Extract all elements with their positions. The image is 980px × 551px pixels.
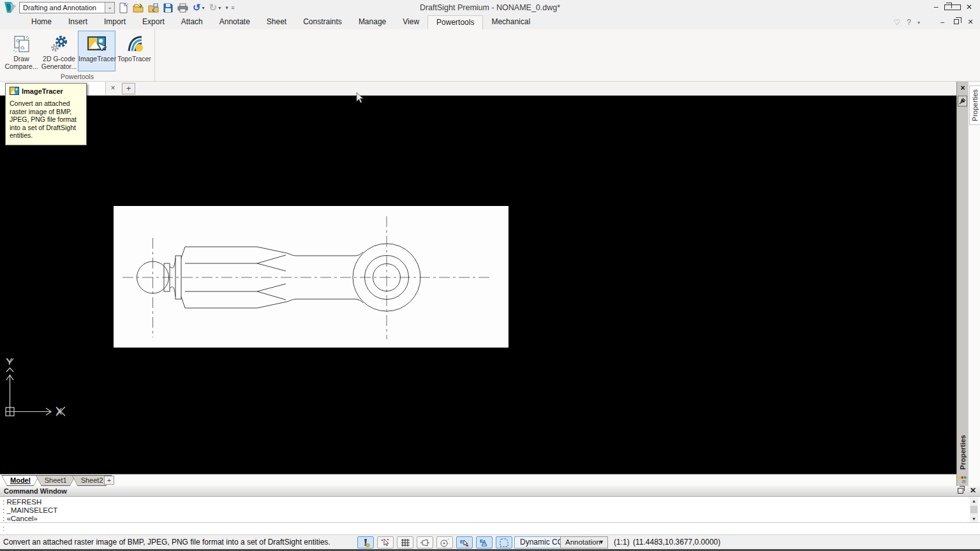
entity-snaps-toggle[interactable] xyxy=(357,536,374,548)
tooltip-title: ImageTracer xyxy=(22,87,63,95)
properties-close-icon[interactable]: × xyxy=(957,84,969,92)
undo-icon[interactable]: ↺▾ xyxy=(193,1,205,14)
svg-text:E: E xyxy=(460,539,464,545)
document-tab-bar: × + xyxy=(0,82,956,96)
open-file-icon[interactable] xyxy=(133,1,144,14)
tab-view[interactable]: View xyxy=(394,15,427,29)
new-document-tab-button[interactable]: + xyxy=(122,83,135,94)
tab-insert[interactable]: Insert xyxy=(60,15,96,29)
customize-toolbar-icon[interactable]: ▾ ≡ xyxy=(225,1,235,14)
sheet-tab-bar: Model Sheet1 Sheet2 + xyxy=(0,474,956,486)
gcode-generator-icon xyxy=(41,33,77,55)
scale-readout: (1:1) xyxy=(614,535,630,549)
tab-home[interactable]: Home xyxy=(23,15,60,29)
save-icon[interactable] xyxy=(163,1,173,14)
esnap-toggle[interactable]: E xyxy=(456,536,473,548)
workspace-selector[interactable]: Drafting and Annotation ⌄ xyxy=(19,2,115,13)
imagetracer-tooltip: ImageTracer Convert an attached raster i… xyxy=(5,83,87,145)
favorites-heart-icon[interactable]: ♡ xyxy=(894,18,901,27)
command-history-line: : REFRESH xyxy=(3,498,977,506)
tab-attach[interactable]: Attach xyxy=(173,15,211,29)
tab-properties[interactable]: Properties xyxy=(969,85,980,125)
new-document-icon[interactable] xyxy=(119,1,128,14)
document-tab-close-icon[interactable]: × xyxy=(108,83,118,93)
imagetracer-tooltip-icon xyxy=(10,87,19,95)
command-window-float-icon[interactable] xyxy=(958,488,963,494)
svg-text:R: R xyxy=(962,479,966,484)
status-bar: Convert an attached raster image of BMP,… xyxy=(0,534,980,549)
redo-dropdown-icon[interactable]: ▾ xyxy=(218,5,221,11)
draftsight-logo-icon xyxy=(3,1,18,15)
topotracer-button[interactable]: TopoTracer xyxy=(115,31,153,71)
imagetracer-icon xyxy=(78,33,115,55)
command-window-header[interactable]: Command Window ✕ xyxy=(0,486,980,497)
command-window-title: Command Window xyxy=(0,486,980,495)
sheet-tab-sheet2[interactable]: Sheet2 xyxy=(72,475,112,486)
restore-icon[interactable] xyxy=(944,0,961,15)
window-title: DraftSight Premium - NONAME_0.dwg* xyxy=(255,0,725,15)
polar-toggle[interactable] xyxy=(436,536,453,548)
command-scrollbar[interactable]: ▲ ▼ xyxy=(970,497,978,522)
frame-selection-toggle[interactable] xyxy=(496,536,512,548)
properties-palette-icon: R xyxy=(958,476,967,484)
tab-import[interactable]: Import xyxy=(96,15,134,29)
print-icon[interactable] xyxy=(177,1,188,14)
model-space-viewport[interactable]: Y Y X xyxy=(0,96,956,474)
rod-end-drawing xyxy=(114,206,509,348)
undo-dropdown-icon[interactable]: ▾ xyxy=(202,5,205,11)
command-history-line: : _MAINSELECT xyxy=(3,506,977,515)
etrack-toggle[interactable]: E xyxy=(476,536,493,548)
tab-manage[interactable]: Manage xyxy=(350,15,394,29)
ucs-icon: Y Y X xyxy=(1,352,70,421)
scrollbar-thumb[interactable] xyxy=(970,506,977,513)
doc-restore-icon[interactable] xyxy=(949,15,963,29)
grid-toggle[interactable] xyxy=(397,536,413,548)
quick-access-toolbar: ↺▾ ↻▾ ▾ ≡ xyxy=(119,1,235,14)
command-history[interactable]: : REFRESH : _MAINSELECT : «Cancel» xyxy=(0,497,980,522)
ribbon-panel: Draw Compare... 2D G-code Generator... xyxy=(0,29,980,82)
mouse-cursor xyxy=(355,92,364,105)
ucs-y-label: Y xyxy=(6,356,13,367)
status-message: Convert an attached raster image of BMP,… xyxy=(3,535,330,549)
scroll-down-icon[interactable]: ▼ xyxy=(970,515,978,522)
imagetracer-button[interactable]: ImageTracer xyxy=(78,31,115,71)
pin-icon[interactable] xyxy=(958,96,967,107)
command-window-close-icon[interactable]: ✕ xyxy=(970,487,976,494)
ortho-toggle[interactable] xyxy=(417,536,433,548)
tab-annotate[interactable]: Annotate xyxy=(211,15,258,29)
scroll-up-icon[interactable]: ▲ xyxy=(970,497,978,504)
gcode-generator-button[interactable]: 2D G-code Generator... xyxy=(40,31,78,71)
help-icon[interactable]: ? xyxy=(907,18,911,27)
tab-sheet[interactable]: Sheet xyxy=(258,15,295,29)
pointer-select-toggle[interactable] xyxy=(377,536,394,548)
status-toggles: E E xyxy=(357,536,532,548)
tab-constraints[interactable]: Constraints xyxy=(295,15,350,29)
draftsight-window: Drafting and Annotation ⌄ ↺▾ ↻▾ ▾ ≡ Draf… xyxy=(0,0,980,551)
tab-export[interactable]: Export xyxy=(134,15,173,29)
properties-collapsed-title[interactable]: Properties xyxy=(957,435,969,472)
draw-compare-icon xyxy=(3,33,40,55)
workspace-selector-value: Drafting and Annotation xyxy=(23,4,96,11)
doc-minimize-icon[interactable]: – xyxy=(935,15,949,29)
properties-palette-collapsed: × Properties R xyxy=(956,82,968,486)
workspace-dropdown-icon[interactable]: ⌄ xyxy=(105,3,114,13)
redo-icon[interactable]: ↻▾ xyxy=(209,1,221,14)
window-controls: – ✕ xyxy=(928,0,977,15)
sheet-tab-model[interactable]: Model xyxy=(1,475,40,486)
draw-compare-button[interactable]: Draw Compare... xyxy=(3,31,40,71)
tab-mechanical[interactable]: Mechanical xyxy=(483,15,538,29)
coordinates-readout: (11.4483,10.3677,0.0000) xyxy=(633,535,720,549)
close-icon[interactable]: ✕ xyxy=(961,0,977,15)
attached-raster-image[interactable] xyxy=(114,206,509,348)
doc-close-icon[interactable]: ✕ xyxy=(963,15,977,29)
document-window-controls: – ✕ xyxy=(935,15,977,29)
title-bar: Drafting and Annotation ⌄ ↺▾ ↻▾ ▾ ≡ Draf… xyxy=(0,0,980,15)
annotation-scale-dropdown[interactable]: Annotation ▼ xyxy=(560,536,608,548)
command-input[interactable]: : xyxy=(0,522,980,534)
tab-powertools[interactable]: Powertools xyxy=(427,15,483,29)
attach-drawing-icon[interactable] xyxy=(148,1,159,14)
ribbon-tab-bar: Home Insert Import Export Attach Annotat… xyxy=(0,15,980,29)
sheet-tab-sheet1[interactable]: Sheet1 xyxy=(36,475,76,486)
help-dropdown-icon[interactable]: ▾ xyxy=(917,20,920,26)
minimize-icon[interactable]: – xyxy=(928,0,944,15)
